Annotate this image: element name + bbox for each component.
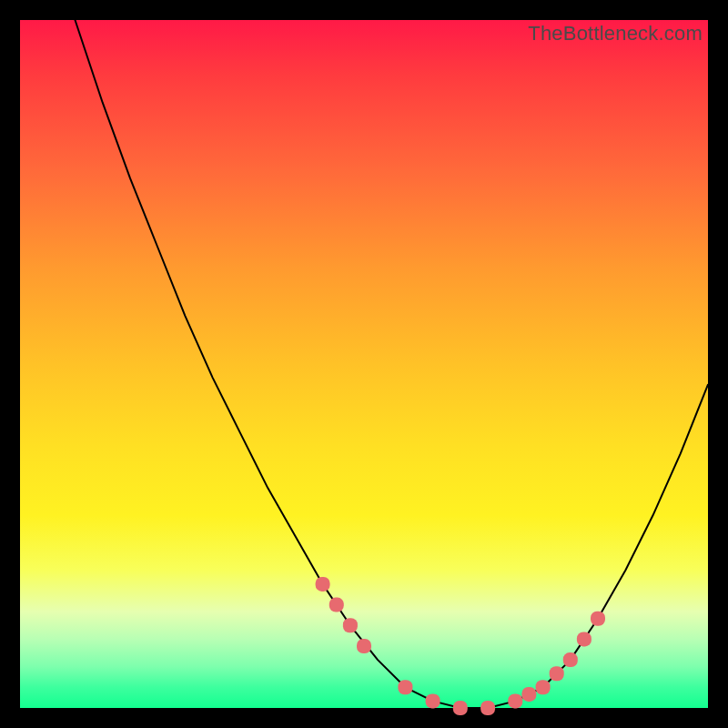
curve-marker: [550, 666, 564, 681]
watermark-text: TheBottleneck.com: [528, 22, 703, 46]
curve-marker: [521, 687, 536, 702]
curve-marker: [508, 693, 522, 708]
curve-marker: [453, 701, 468, 715]
curve-marker: [329, 598, 344, 612]
curve-marker: [480, 701, 495, 715]
curve-marker: [316, 577, 330, 592]
curve-marker: [577, 632, 592, 646]
curve-markers: [316, 577, 605, 715]
chart-svg: [20, 20, 708, 708]
curve-marker: [591, 612, 605, 626]
curve-marker: [563, 652, 578, 667]
curve-marker: [536, 680, 551, 694]
curve-marker: [426, 693, 440, 708]
curve-marker: [357, 639, 371, 653]
chart-frame: TheBottleneck.com: [20, 20, 708, 708]
bottleneck-curve: [76, 20, 709, 708]
curve-marker: [343, 618, 358, 632]
curve-marker: [398, 680, 412, 694]
